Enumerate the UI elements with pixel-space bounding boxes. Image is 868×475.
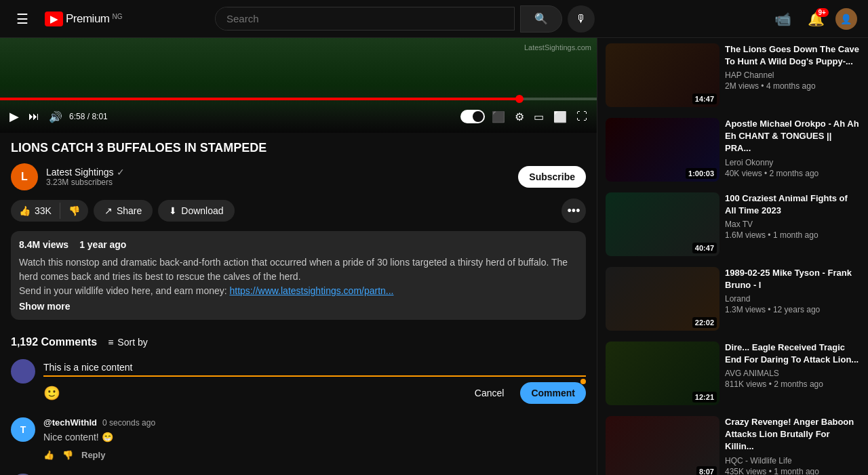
comment-input[interactable] <box>43 359 586 377</box>
search-button[interactable]: 🔍 <box>520 5 562 33</box>
miniplayer-button[interactable]: ▭ <box>531 108 547 126</box>
channel-subscribers: 3.23M subscribers <box>46 178 510 187</box>
description-text: Watch this nonstop and dramatic back-and… <box>19 255 578 298</box>
like-button[interactable]: 👍 33K <box>11 200 60 222</box>
description-link[interactable]: https://www.latestsightings.com/partn... <box>230 285 394 296</box>
sidebar-video-info: Dire... Eagle Received Tragic End For Da… <box>725 342 860 405</box>
sidebar-thumbnail: 12:21 <box>606 342 719 405</box>
dislike-button[interactable]: 👎 <box>60 200 88 222</box>
play-button[interactable]: ▶ <box>7 106 22 127</box>
view-count: 8.4M views <box>19 239 68 250</box>
thumbnail-duration: 8:07 <box>696 466 717 475</box>
sidebar-item[interactable]: 12:21 Dire... Eagle Received Tragic End … <box>597 336 868 411</box>
thumbnail-duration: 1:00:03 <box>686 168 717 179</box>
show-more-button[interactable]: Show more <box>19 301 70 312</box>
youtube-logo-icon: ▶ <box>45 12 63 26</box>
comment-text: Nice content! 😁 <box>43 430 586 445</box>
header: ☰ ▶ PremiumNG 🔍 🎙 📹 🔔 9+ 👤 <box>0 0 868 38</box>
share-label: Share <box>117 205 142 216</box>
sidebar-channel-name: HQC - Wildlife Life <box>725 456 860 466</box>
share-icon: ↗ <box>104 205 113 216</box>
comment-author[interactable]: @techWithId <box>43 417 97 428</box>
sidebar-video-title: Crazy Revenge! Anger Baboon Attacks Lion… <box>725 416 860 453</box>
action-row: 👍 33K 👎 ↗ Share ⬇ Download ••• <box>11 199 586 223</box>
like-dislike-group: 👍 33K 👎 <box>11 200 88 222</box>
sidebar-item[interactable]: 40:47 100 Craziest Animal Fights of All … <box>597 187 868 262</box>
comment-time: 0 seconds ago <box>102 418 155 428</box>
verified-icon: ✓ <box>117 167 125 178</box>
comment-dislike-button[interactable]: 👎 <box>62 450 73 460</box>
mic-button[interactable]: 🎙 <box>568 5 595 33</box>
subscribe-button[interactable]: Subscribe <box>518 166 586 188</box>
logo-ng: NG <box>113 13 123 20</box>
share-button[interactable]: ↗ Share <box>94 200 153 222</box>
comment-like-button[interactable]: 👍 <box>43 450 54 460</box>
quality-toggle[interactable] <box>460 110 485 123</box>
sidebar-channel-name: AVG ANIMALS <box>725 369 860 378</box>
sort-label: Sort by <box>117 337 147 348</box>
reply-button[interactable]: Reply <box>81 450 105 460</box>
avatar[interactable]: 👤 <box>835 8 857 30</box>
sidebar-channel-name: Lorand <box>725 294 860 304</box>
create-button[interactable]: 📹 <box>769 5 797 33</box>
sidebar-thumbnail: 22:02 <box>606 267 719 331</box>
thumbnail-duration: 12:21 <box>692 392 717 402</box>
theater-button[interactable]: ⬜ <box>551 108 570 126</box>
main-layout: LatestSightings.com ▶ ⏭ 🔊 6:58 / 8:01 ⬛ … <box>0 38 868 475</box>
sidebar-video-info: Crazy Revenge! Anger Baboon Attacks Lion… <box>725 416 860 475</box>
logo[interactable]: ▶ PremiumNG <box>45 12 123 26</box>
comment-input-wrapper: 🙂 Cancel Comment <box>43 359 586 404</box>
emoji-button[interactable]: 🙂 <box>43 385 60 401</box>
subtitles-button[interactable]: ⬛ <box>489 108 508 126</box>
thumbnail-duration: 40:47 <box>692 243 717 253</box>
comment-action-buttons: 🙂 Cancel Comment <box>43 382 586 404</box>
comments-count: 1,192 Comments <box>11 336 97 348</box>
comment-item: T @techWithId 0 seconds ago Nice content… <box>11 417 586 460</box>
time-display: 6:58 / 8:01 <box>69 112 108 121</box>
user-avatar <box>11 359 35 384</box>
sidebar-item[interactable]: 1:00:03 Apostle Michael Orokpo - Ah Ah E… <box>597 112 868 187</box>
fullscreen-button[interactable]: ⛶ <box>574 108 590 125</box>
sidebar-channel-name: HAP Channel <box>725 70 860 80</box>
settings-button[interactable]: ⚙ <box>512 108 527 126</box>
watermark: LatestSightings.com <box>524 43 591 51</box>
sidebar-channel-name: Max TV <box>725 220 860 229</box>
dislike-icon: 👎 <box>68 205 80 216</box>
sidebar-video-meta: 40K views • 2 months ago <box>725 169 860 178</box>
mute-button[interactable]: 🔊 <box>46 108 65 126</box>
sidebar-video-info: Apostle Michael Orokpo - Ah Ah Eh CHANT … <box>725 118 860 182</box>
sidebar-video-title: 1989-02-25 Mike Tyson - Frank Bruno - l <box>725 267 860 291</box>
sort-button[interactable]: ≡ Sort by <box>108 337 148 348</box>
like-count: 33K <box>35 205 52 216</box>
video-player: LatestSightings.com ▶ ⏭ 🔊 6:58 / 8:01 ⬛ … <box>0 38 597 133</box>
more-actions-button[interactable]: ••• <box>561 199 586 223</box>
comment-submit-button[interactable]: Comment <box>520 382 586 404</box>
download-button[interactable]: ⬇ Download <box>158 200 234 222</box>
video-section: LatestSightings.com ▶ ⏭ 🔊 6:58 / 8:01 ⬛ … <box>0 38 597 475</box>
channel-avatar[interactable]: L <box>11 163 38 190</box>
comment-submit-buttons: Cancel Comment <box>464 382 586 404</box>
sidebar-item[interactable]: 14:47 The Lions Goes Down The Cave To Hu… <box>597 38 868 112</box>
commenter-avatar[interactable]: T <box>11 417 35 442</box>
video-controls: ▶ ⏭ 🔊 6:58 / 8:01 ⬛ ⚙ ▭ ⬜ ⛶ <box>0 100 597 133</box>
next-button[interactable]: ⏭ <box>26 108 42 125</box>
video-stats: 8.4M views 1 year ago <box>19 239 578 250</box>
sidebar-item[interactable]: 22:02 1989-02-25 Mike Tyson - Frank Brun… <box>597 262 868 336</box>
sidebar-item[interactable]: 8:07 Crazy Revenge! Anger Baboon Attacks… <box>597 411 868 475</box>
sidebar-thumbnail: 14:47 <box>606 43 719 107</box>
channel-name[interactable]: Latest Sightings ✓ <box>46 167 510 178</box>
notification-button-wrapper: 🔔 9+ <box>802 5 830 33</box>
cancel-button[interactable]: Cancel <box>464 382 515 404</box>
notification-badge: 9+ <box>816 8 829 17</box>
search-input[interactable] <box>216 7 514 30</box>
comment-input-area: 🙂 Cancel Comment <box>11 359 586 404</box>
description-box: 8.4M views 1 year ago Watch this nonstop… <box>11 231 586 320</box>
sidebar-thumbnail: 40:47 <box>606 192 719 256</box>
sidebar-video-info: 1989-02-25 Mike Tyson - Frank Bruno - l … <box>725 267 860 331</box>
search-bar <box>215 7 515 30</box>
hamburger-button[interactable]: ☰ <box>11 5 34 33</box>
comments-section: 1,192 Comments ≡ Sort by 🙂 Cancel C <box>0 336 597 475</box>
like-icon: 👍 <box>19 205 31 216</box>
sidebar-thumbnail: 8:07 <box>606 416 719 475</box>
sidebar-video-meta: 1.3M views • 12 years ago <box>725 305 860 314</box>
